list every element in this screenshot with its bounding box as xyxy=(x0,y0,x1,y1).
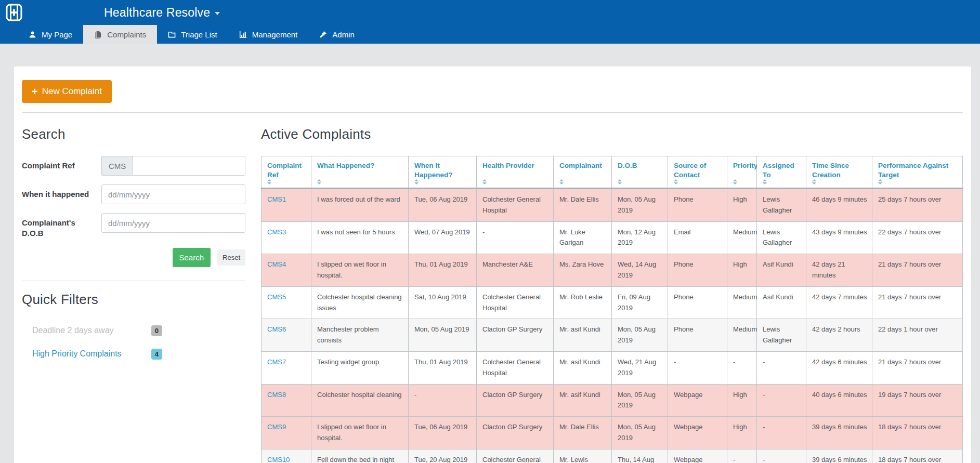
complaint-ref-link[interactable]: CMS6 xyxy=(267,325,286,333)
cell-what: Fell down the bed in night xyxy=(311,449,409,463)
complaint-ref-link[interactable]: CMS1 xyxy=(267,195,286,203)
when-happened-input[interactable] xyxy=(101,184,245,204)
table-header-row: Complaint Ref What Happened? When it Hap… xyxy=(262,156,963,189)
column-header-when-happened[interactable]: When it Happened? xyxy=(409,156,477,189)
complaint-ref-link[interactable]: CMS5 xyxy=(267,293,286,301)
column-header-priority[interactable]: Priority xyxy=(727,156,757,189)
sort-icon[interactable] xyxy=(763,179,767,184)
cell-priority: High xyxy=(727,254,757,287)
sort-icon[interactable] xyxy=(482,179,487,184)
folder-icon xyxy=(168,31,176,38)
cell-priority: Medium xyxy=(727,286,757,319)
cell-priority: Medium xyxy=(727,319,757,352)
sort-icon[interactable] xyxy=(267,179,271,184)
complaint-ref-link[interactable]: CMS7 xyxy=(267,358,286,366)
tab-admin[interactable]: Admin xyxy=(308,25,365,44)
top-navbar: Healthcare Resolve My Page Complaints Tr… xyxy=(0,0,980,44)
cell-ref: CMS10 xyxy=(262,449,311,463)
quick-filters-title: Quick Filters xyxy=(22,292,245,308)
complaint-ref-link[interactable]: CMS10 xyxy=(267,456,290,463)
cell-when: Sat, 10 Aug 2019 xyxy=(409,286,477,319)
column-header-assigned-to[interactable]: Assigned To xyxy=(757,156,806,189)
cell-when: Thu, 01 Aug 2019 xyxy=(409,254,477,287)
sort-icon[interactable] xyxy=(674,179,678,184)
tab-my-page[interactable]: My Page xyxy=(18,25,83,44)
column-header-what-happened[interactable]: What Happened? xyxy=(311,156,409,189)
brand-dropdown[interactable]: Healthcare Resolve xyxy=(104,6,220,20)
cell-dob: Mon, 05 Aug 2019 xyxy=(612,189,668,222)
tab-complaints[interactable]: Complaints xyxy=(83,25,157,44)
cell-dob: Mon, 12 Aug 2019 xyxy=(612,221,668,254)
sort-icon[interactable] xyxy=(618,179,622,184)
column-header-complaint-ref[interactable]: Complaint Ref xyxy=(262,156,311,189)
column-header-time-since-creation[interactable]: Time Since Creation xyxy=(806,156,872,189)
table-row: CMS8Colchester hospital cleaning-Clacton… xyxy=(262,384,963,417)
cell-complainant: Mr. Rob Leslie xyxy=(554,286,612,319)
new-complaint-button[interactable]: + New Complaint xyxy=(22,80,112,103)
table-row: CMS6Manchester problem consistsMon, 05 A… xyxy=(262,319,963,352)
active-complaints-panel: Active Complaints Complaint Ref What Hap… xyxy=(261,113,963,463)
cell-assigned: Asif Kundi xyxy=(757,286,806,319)
cell-ref: CMS5 xyxy=(262,286,311,319)
table-row: CMS1I was forced out of the wardTue, 06 … xyxy=(262,189,963,222)
cell-provider: Colchester General Hospital xyxy=(477,286,554,319)
column-header-source[interactable]: Source of Contact xyxy=(668,156,727,189)
cell-dob: Wed, 21 Aug 2019 xyxy=(612,351,668,384)
plus-icon: + xyxy=(32,88,38,95)
cell-complainant: Mr. asif Kundi xyxy=(554,384,612,417)
complaint-ref-link[interactable]: CMS4 xyxy=(267,260,286,268)
cell-assigned: - xyxy=(757,384,806,417)
cell-time: 39 days 6 minutes xyxy=(806,449,872,463)
cell-time: 43 days 9 minutes xyxy=(806,221,872,254)
cell-performance: 18 days 7 hours over xyxy=(872,449,963,463)
sort-icon[interactable] xyxy=(733,179,737,184)
sort-icon[interactable] xyxy=(559,179,564,184)
sort-icon[interactable] xyxy=(878,179,882,184)
cell-time: 42 days 7 minutes xyxy=(806,286,872,319)
filter-label: High Priority Complaints xyxy=(32,349,122,359)
column-header-health-provider[interactable]: Health Provider xyxy=(477,156,554,189)
bar-chart-icon xyxy=(239,31,247,38)
first-aid-kit-icon xyxy=(6,3,22,22)
sort-icon[interactable] xyxy=(414,179,419,184)
cell-priority: - xyxy=(727,449,757,463)
cell-assigned: - xyxy=(757,449,806,463)
sort-icon[interactable] xyxy=(317,179,321,184)
cell-provider: Clacton GP Surgery xyxy=(477,384,554,417)
tab-triage-list[interactable]: Triage List xyxy=(157,25,228,44)
cell-provider: - xyxy=(477,221,554,254)
complaint-ref-link[interactable]: CMS9 xyxy=(267,423,286,431)
reset-button[interactable]: Reset xyxy=(217,249,245,266)
cell-performance: 18 days 7 hours over xyxy=(872,417,963,449)
cell-complainant: Ms. Zara Hove xyxy=(554,254,612,287)
document-icon xyxy=(94,31,102,38)
cell-what: I slipped on wet floor in hospital. xyxy=(311,254,409,287)
cell-dob: Thu, 14 Aug 1980 xyxy=(612,449,668,463)
dob-input[interactable] xyxy=(101,213,245,233)
filter-high-priority[interactable]: High Priority Complaints 4 xyxy=(32,349,162,360)
complaint-ref-input[interactable] xyxy=(133,156,245,176)
column-header-complainant[interactable]: Complainant xyxy=(554,156,612,189)
cell-complainant: Mr. asif Kundi xyxy=(554,351,612,384)
cell-provider: Clacton GP Surgery xyxy=(477,417,554,449)
sort-icon[interactable] xyxy=(812,179,816,184)
cell-source: Webpage xyxy=(668,417,727,449)
tab-label: My Page xyxy=(42,30,72,39)
app-logo[interactable] xyxy=(5,3,23,22)
cell-time: 42 days 21 minutes xyxy=(806,254,872,287)
table-row: CMS9I slipped on wet floor in hospital.T… xyxy=(262,417,963,449)
cell-assigned: Lewis Gallagher xyxy=(757,189,806,222)
cell-when: Tue, 20 Aug 2019 xyxy=(409,449,477,463)
main-nav-tabs: My Page Complaints Triage List Managemen… xyxy=(0,25,980,44)
search-button[interactable]: Search xyxy=(173,248,211,267)
complaint-ref-link[interactable]: CMS3 xyxy=(267,228,286,236)
cell-dob: Mon, 05 Aug 2019 xyxy=(612,384,668,417)
table-row: CMS3I was not seen for 5 hoursWed, 07 Au… xyxy=(262,221,963,254)
tab-management[interactable]: Management xyxy=(228,25,309,44)
cell-assigned: Lewis Gallagher xyxy=(757,221,806,254)
column-header-dob[interactable]: D.O.B xyxy=(612,156,668,189)
column-header-performance[interactable]: Performance Against Target xyxy=(872,156,963,189)
table-row: CMS10Fell down the bed in nightTue, 20 A… xyxy=(262,449,963,463)
cell-ref: CMS8 xyxy=(262,384,311,417)
complaint-ref-link[interactable]: CMS8 xyxy=(267,391,286,399)
